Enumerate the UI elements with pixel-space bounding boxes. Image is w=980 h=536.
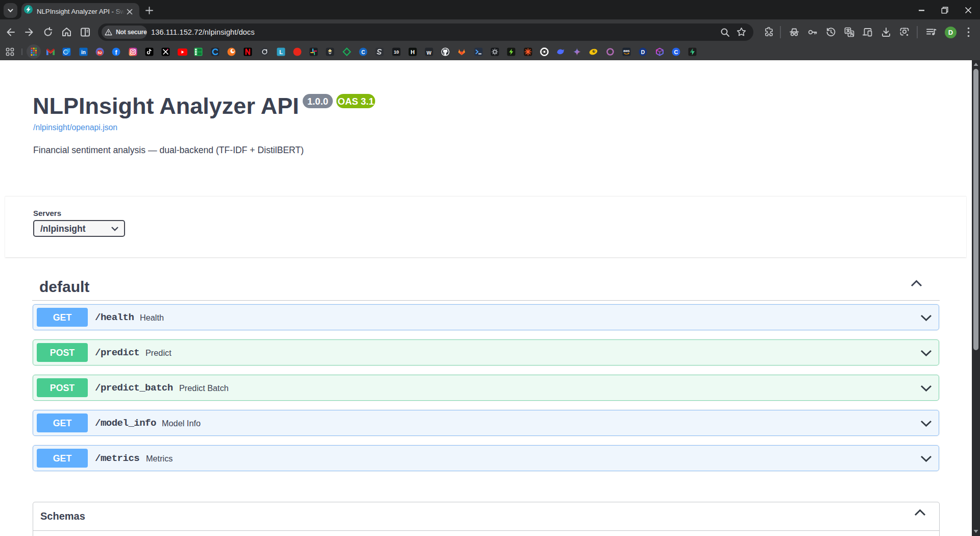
svg-text:in: in: [81, 50, 86, 55]
svg-text:w: w: [426, 49, 431, 56]
svg-text:aws: aws: [623, 49, 630, 53]
svg-text:H: H: [410, 49, 414, 55]
svg-text:L: L: [279, 49, 283, 55]
svg-text:D: D: [641, 49, 645, 55]
svg-text:10: 10: [394, 50, 399, 55]
svg-text:C: C: [361, 50, 364, 55]
svg-text:C: C: [674, 49, 678, 55]
svg-text:52: 52: [97, 51, 102, 55]
